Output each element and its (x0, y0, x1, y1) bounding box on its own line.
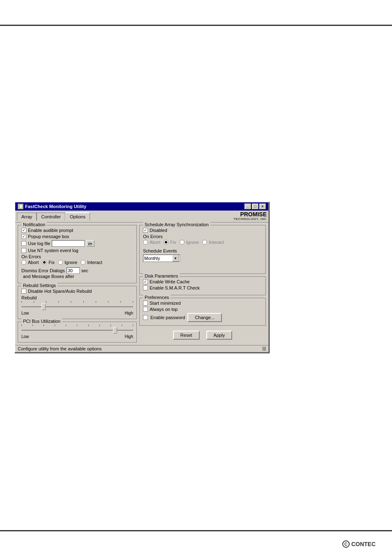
sched-ignore-label: Ignore (186, 240, 199, 245)
pci-bus-title: PCI Bus Utilization (21, 319, 62, 324)
menu-tabs: Array Controller Options (17, 212, 90, 220)
schedule-events-dropdown[interactable]: Monthly ▼ (143, 255, 180, 262)
ignore-radio[interactable] (58, 260, 63, 265)
abort-radio[interactable] (21, 260, 26, 265)
disable-hotspare-checkbox[interactable] (21, 289, 26, 294)
close-button[interactable]: × (259, 204, 266, 209)
schedule-on-errors-radio-group: Abort Fix Ignore Interact (143, 240, 262, 246)
enable-write-cache-checkbox[interactable] (143, 279, 148, 284)
sched-fix-radio[interactable] (164, 240, 168, 245)
always-on-top-checkbox[interactable] (143, 307, 148, 312)
content-area: Notification Enable audible prompt Popup… (15, 222, 268, 345)
schedule-array-group: Schedule Array Synchronization Disabled … (139, 225, 266, 274)
notification-title: Notification (21, 222, 47, 227)
enable-audible-label: Enable audible prompt (28, 228, 73, 233)
rebuild-slider-track (21, 306, 133, 307)
abort-label: Abort (28, 260, 39, 265)
popup-message-checkbox[interactable] (21, 234, 26, 239)
title-bar-buttons[interactable]: _ □ × (244, 204, 266, 209)
abort-radio-row: Abort (21, 260, 39, 265)
reset-button[interactable]: Reset (173, 331, 200, 340)
sched-fix-radio-row: Fix (164, 240, 176, 245)
interact-radio[interactable] (81, 260, 85, 265)
enable-audible-checkbox[interactable] (21, 228, 26, 233)
change-button[interactable]: Change... (187, 313, 222, 322)
grip-line-2 (264, 347, 265, 351)
schedule-on-errors-label: On Errors (143, 234, 262, 239)
start-minimized-row: Start minimized (143, 301, 262, 306)
enable-smart-label: Enable S.M.A.R.T Check (150, 285, 200, 290)
grip-line-3 (265, 347, 266, 351)
sched-abort-radio[interactable] (143, 240, 148, 245)
sched-ignore-radio-row: Ignore (180, 240, 199, 245)
fix-radio[interactable] (42, 260, 47, 265)
sched-interact-label: Interact (209, 240, 224, 245)
monthly-option: Monthly (144, 256, 160, 261)
nt-log-checkbox[interactable] (21, 248, 26, 253)
maximize-button[interactable]: □ (252, 204, 258, 209)
enable-smart-checkbox[interactable] (143, 285, 148, 290)
preferences-title: Preferences (143, 295, 171, 300)
notification-group: Notification Enable audible prompt Popup… (18, 225, 137, 283)
interact-radio-row: Interact (81, 260, 102, 265)
left-column: Notification Enable audible prompt Popup… (18, 225, 137, 343)
right-column: Schedule Array Synchronization Disabled … (139, 225, 266, 343)
rebuild-slider-thumb[interactable] (42, 303, 46, 310)
enable-password-checkbox[interactable] (143, 315, 148, 320)
disable-hotspare-label: Disable Hot Spare/Auto Rebuild (28, 289, 92, 294)
contec-text: CONTEC (351, 541, 376, 547)
fix-label: Fix (48, 260, 55, 265)
schedule-events-label: Schedule Events (143, 248, 262, 253)
sched-interact-radio[interactable] (202, 240, 207, 245)
folder-button[interactable]: 🗁 (86, 240, 95, 247)
sched-ignore-radio[interactable] (180, 240, 184, 245)
start-minimized-checkbox[interactable] (143, 301, 148, 306)
popup-message-label: Popup message box (28, 234, 69, 239)
enable-write-cache-label: Enable Write Cache (150, 279, 190, 284)
pci-high-label: High (125, 334, 133, 339)
tab-controller[interactable]: Controller (37, 213, 65, 220)
pci-slider-thumb[interactable] (113, 327, 117, 334)
menu-bar: Array Controller Options PROMISE TECHNOL… (15, 211, 268, 222)
log-file-input[interactable] (52, 240, 85, 247)
dismiss-sec: sec (81, 268, 88, 273)
contec-logo: C CONTEC (342, 540, 376, 548)
schedule-array-title: Schedule Array Synchronization (143, 222, 210, 227)
title-bar: 🖥 FastCheck Monitoring Utility _ □ × (15, 202, 268, 211)
use-log-file-checkbox[interactable] (21, 241, 26, 246)
rebuild-ticks (21, 301, 133, 303)
disable-hotspare-row: Disable Hot Spare/Auto Rebuild (21, 289, 133, 294)
tab-array[interactable]: Array (17, 213, 37, 220)
rebuild-rate-slider[interactable] (21, 303, 133, 310)
promise-sub: TECHNOLOGY, INC (233, 218, 267, 221)
tab-options[interactable]: Options (65, 212, 90, 220)
rebuild-high-label: High (125, 311, 133, 315)
sched-interact-radio-row: Interact (202, 240, 224, 245)
always-on-top-row: Always on top (143, 307, 262, 312)
pci-bus-slider[interactable] (21, 327, 133, 334)
on-errors-label: On Errors (21, 254, 133, 259)
ignore-radio-row: Ignore (58, 260, 77, 265)
rebuild-settings-title: Rebuild Settings (21, 283, 58, 288)
apply-button[interactable]: Apply (206, 331, 233, 340)
schedule-disabled-label: Disabled (150, 228, 167, 233)
disk-parameters-title: Disk Parameters (143, 273, 180, 278)
pci-ticks (21, 324, 133, 326)
minimize-button[interactable]: _ (244, 204, 251, 209)
main-window: 🖥 FastCheck Monitoring Utility _ □ × Arr… (14, 202, 269, 353)
rebuild-settings-group: Rebuild Settings Disable Hot Spare/Auto … (18, 286, 137, 319)
sched-abort-label: Abort (150, 240, 160, 245)
schedule-disabled-checkbox[interactable] (143, 228, 148, 233)
always-on-top-label: Always on top (150, 307, 178, 312)
dismiss-row: Dismiss Error Dialogs sec (21, 267, 133, 274)
monthly-dropdown-container: Monthly ▼ (143, 255, 180, 262)
top-rule (0, 25, 392, 26)
enable-write-cache-row: Enable Write Cache (143, 279, 262, 284)
grip-line-1 (263, 347, 263, 351)
preferences-group: Preferences Start minimized Always on to… (139, 298, 266, 326)
sched-fix-label: Fix (170, 240, 176, 245)
disk-parameters-group: Disk Parameters Enable Write Cache Enabl… (139, 276, 266, 295)
copyright-circle: C (342, 540, 350, 548)
use-log-file-label: Use log file (28, 241, 50, 246)
dismiss-value-input[interactable] (67, 267, 80, 274)
